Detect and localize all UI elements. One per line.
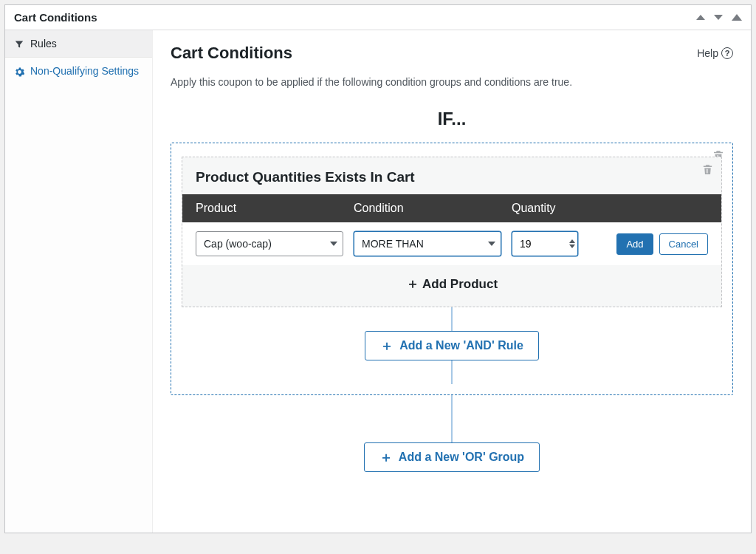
- product-select-value: Cap (woo-cap): [196, 231, 343, 256]
- help-link[interactable]: Help ?: [697, 47, 733, 59]
- plus-icon: ＋: [380, 339, 394, 352]
- plus-icon: ＋: [406, 276, 419, 291]
- connector-line: [451, 395, 453, 442]
- quantity-input-wrap: [512, 231, 578, 256]
- column-quantity: Quantity: [512, 202, 600, 215]
- condition-group: Product Quantities Exists In Cart Produc…: [171, 143, 733, 395]
- sidebar-item-label: Non-Qualifying Settings: [30, 65, 139, 77]
- rule-card: Product Quantities Exists In Cart Produc…: [182, 157, 722, 307]
- page-title: Cart Conditions: [171, 44, 292, 63]
- rule-table-row: Cap (woo-cap) MORE THAN: [182, 222, 721, 265]
- column-product: Product: [196, 202, 343, 215]
- connector-line: [451, 360, 453, 384]
- connector-line: [451, 307, 453, 331]
- trash-icon: [701, 163, 714, 176]
- row-actions: Add Cancel: [611, 233, 708, 255]
- panel-body: Rules Non-Qualifying Settings Cart Condi…: [5, 30, 751, 533]
- add-button[interactable]: Add: [616, 233, 653, 255]
- quantity-stepper[interactable]: [569, 239, 575, 248]
- move-up-icon[interactable]: [696, 15, 705, 20]
- sidebar-item-label: Rules: [30, 38, 57, 49]
- chevron-down-icon: [569, 244, 575, 248]
- chevron-up-icon: [569, 239, 575, 243]
- move-down-icon[interactable]: [714, 15, 723, 20]
- add-product-label: Add Product: [422, 277, 498, 291]
- collapse-toggle-icon[interactable]: [732, 14, 742, 21]
- filter-icon: [14, 39, 24, 49]
- help-label: Help: [697, 47, 718, 59]
- quantity-input[interactable]: [512, 231, 578, 256]
- if-label: IF...: [171, 109, 733, 129]
- sidebar-item-non-qualifying-settings[interactable]: Non-Qualifying Settings: [5, 58, 152, 84]
- cart-conditions-panel: Cart Conditions Rules Non-Qualifying Set…: [4, 4, 752, 533]
- plus-icon: ＋: [379, 451, 393, 464]
- panel-header-controls: [696, 14, 742, 21]
- condition-select-value: MORE THAN: [354, 231, 501, 256]
- delete-rule-button[interactable]: [701, 163, 714, 176]
- gear-icon: [14, 66, 24, 77]
- main-top: Cart Conditions Help ?: [171, 44, 733, 63]
- rule-table-header: Product Condition Quantity: [182, 194, 721, 222]
- cancel-button[interactable]: Cancel: [659, 233, 708, 255]
- sidebar: Rules Non-Qualifying Settings: [5, 30, 153, 533]
- add-and-label: Add a New 'AND' Rule: [399, 339, 523, 352]
- help-icon: ?: [721, 47, 733, 59]
- main-content: Cart Conditions Help ? Apply this coupon…: [153, 30, 751, 533]
- panel-title: Cart Conditions: [14, 11, 97, 24]
- column-condition: Condition: [354, 202, 501, 215]
- add-or-label: Add a New 'OR' Group: [399, 451, 524, 464]
- add-product-button[interactable]: ＋ Add Product: [182, 265, 721, 307]
- add-or-group-button[interactable]: ＋ Add a New 'OR' Group: [364, 442, 540, 472]
- sidebar-item-rules[interactable]: Rules: [5, 30, 152, 58]
- panel-header: Cart Conditions: [5, 5, 751, 30]
- product-select[interactable]: Cap (woo-cap): [196, 231, 343, 256]
- add-and-rule-button[interactable]: ＋ Add a New 'AND' Rule: [365, 331, 539, 360]
- condition-select[interactable]: MORE THAN: [354, 231, 501, 256]
- rule-title: Product Quantities Exists In Cart: [182, 157, 721, 194]
- page-subtitle: Apply this coupon to be applied if the f…: [171, 76, 733, 88]
